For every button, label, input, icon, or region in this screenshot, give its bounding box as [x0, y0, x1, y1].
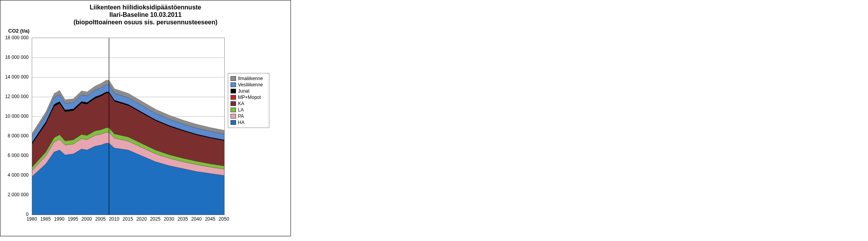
legend-label: MP+Mopot	[238, 95, 261, 100]
x-tick-label: 2045	[205, 216, 216, 222]
y-tick-label: 18 000 000	[1, 35, 29, 40]
y-tick-label: 8 000 000	[1, 133, 29, 139]
title-line-3: (biopolttoaineen osuus sis. perusennuste…	[0, 18, 291, 26]
legend-swatch	[231, 82, 236, 87]
legend-swatch	[231, 120, 236, 125]
legend: IlmaliikenneVesiliikenneJunatMP+MopotKAL…	[228, 73, 269, 128]
x-tick-label: 2000	[82, 216, 92, 222]
legend-item: KA	[231, 101, 267, 106]
x-tick-label: 1980	[27, 216, 37, 222]
legend-swatch	[231, 108, 236, 112]
legend-label: KA	[238, 101, 244, 106]
x-tick-label: 2035	[178, 216, 188, 222]
legend-swatch	[231, 76, 236, 81]
area-plot-svg	[32, 38, 224, 215]
plot-area	[32, 38, 225, 215]
y-tick-label: 10 000 000	[1, 113, 29, 119]
x-tick-label: 2040	[191, 216, 202, 222]
x-tick-label: 2020	[136, 216, 147, 222]
x-tick-label: 2030	[164, 216, 174, 222]
legend-item: Junat	[231, 88, 267, 94]
chart-title: Liikenteen hiilidioksidipäästöennuste Il…	[0, 4, 291, 26]
legend-item: PA	[231, 113, 267, 119]
y-tick-label: 12 000 000	[1, 94, 29, 99]
legend-swatch	[231, 95, 236, 100]
x-tick-label: 1990	[54, 216, 65, 222]
y-tick-label: 14 000 000	[1, 74, 29, 80]
x-tick-label: 1985	[40, 216, 51, 222]
legend-swatch	[231, 89, 236, 93]
legend-label: Ilmaliikenne	[238, 76, 263, 81]
x-tick-label: 2010	[109, 216, 120, 222]
x-tick-label: 2025	[150, 216, 161, 222]
x-tick-label: 2005	[95, 216, 106, 222]
legend-item: MP+Mopot	[231, 95, 267, 100]
x-tick-label: 1995	[68, 216, 78, 222]
legend-label: HA	[238, 120, 245, 125]
y-tick-label: 16 000 000	[1, 55, 29, 60]
y-tick-label: 0	[1, 212, 29, 217]
legend-label: LA	[238, 107, 244, 113]
legend-label: Vesiliikenne	[238, 82, 263, 88]
legend-label: Junat	[238, 88, 249, 94]
x-tick-label: 2015	[123, 216, 133, 222]
y-axis-label: CO2 (t/a)	[8, 28, 29, 34]
x-tick-label: 2050	[219, 216, 229, 222]
legend-item: HA	[231, 120, 267, 125]
y-tick-label: 2 000 000	[1, 192, 29, 197]
y-tick-label: 4 000 000	[1, 172, 29, 178]
title-line-1: Liikenteen hiilidioksidipäästöennuste	[0, 4, 291, 11]
title-line-2: Ilari-Baseline 10.03.2011	[0, 11, 291, 18]
legend-item: Ilmaliikenne	[231, 76, 267, 81]
legend-label: PA	[238, 113, 244, 119]
legend-swatch	[231, 114, 236, 119]
y-tick-label: 6 000 000	[1, 153, 29, 158]
legend-swatch	[231, 101, 236, 106]
chart-container: Liikenteen hiilidioksidipäästöennuste Il…	[0, 0, 291, 236]
legend-item: Vesiliikenne	[231, 82, 267, 88]
legend-item: LA	[231, 107, 267, 113]
